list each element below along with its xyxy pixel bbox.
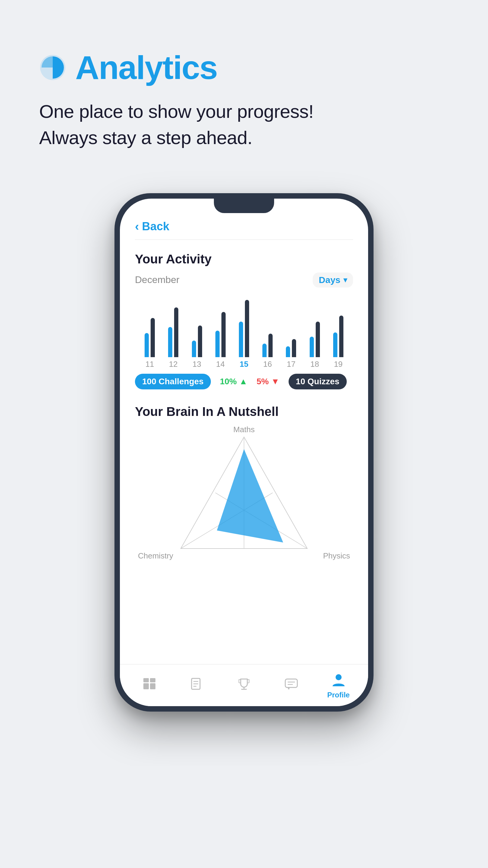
bar-group-17: 17 [279, 297, 303, 369]
triangle-chart: Maths Chemistry Physics [135, 425, 353, 564]
bar-wrapper [262, 297, 272, 357]
month-row: December Days ▾ [135, 273, 353, 287]
bar-label-active: 15 [240, 360, 249, 369]
days-label: Days [319, 275, 340, 285]
activity-section: Your Activity December Days ▾ [120, 240, 368, 396]
bar-label: 16 [263, 360, 272, 369]
stat-red: 5% ▼ [257, 377, 280, 386]
analytics-pie-icon [39, 54, 66, 81]
bar-blue [144, 333, 149, 357]
bar-group-19: 19 [327, 297, 350, 369]
bar-dark [292, 339, 296, 357]
bar-wrapper [333, 297, 344, 357]
bar-blue [286, 346, 290, 357]
bar-blue [262, 344, 267, 357]
bottom-nav: Profile [120, 664, 368, 706]
bar-blue [333, 333, 337, 357]
bar-label: 17 [287, 360, 295, 369]
svg-rect-8 [143, 678, 149, 682]
bar-wrapper [310, 297, 320, 357]
label-chemistry: Chemistry [138, 551, 173, 561]
header-section: Analytics One place to show your progres… [0, 0, 488, 169]
page-title: Analytics [75, 48, 217, 87]
brain-title: Your Brain In A Nutshell [135, 404, 353, 419]
bar-wrapper [192, 297, 202, 357]
bar-wrapper [168, 297, 178, 357]
bar-group-18: 18 [303, 297, 327, 369]
nav-item-study[interactable] [173, 676, 221, 695]
bar-label: 18 [310, 360, 319, 369]
triangle-labels: Maths Chemistry Physics [135, 425, 353, 564]
bar-chart: 11 12 [135, 297, 353, 369]
screen-content: ‹ Back Your Activity December Days ▾ [120, 198, 368, 706]
phone-outer: ‹ Back Your Activity December Days ▾ [115, 193, 373, 712]
bar-dark [245, 300, 249, 357]
nav-item-profile[interactable]: Profile [315, 672, 362, 699]
header-subtitle: One place to show your progress! Always … [39, 98, 449, 151]
bar-wrapper [144, 297, 155, 357]
bar-blue [310, 337, 314, 357]
study-icon [188, 676, 205, 692]
bar-label: 11 [145, 360, 154, 369]
bar-group-12: 12 [161, 297, 185, 369]
days-dropdown[interactable]: Days ▾ [313, 273, 353, 287]
bar-blue [216, 331, 220, 357]
challenges-badge: 100 Challenges [135, 374, 211, 390]
bar-dark [174, 307, 178, 357]
svg-point-19 [335, 674, 341, 680]
bar-group-13: 13 [185, 297, 208, 369]
back-chevron-icon: ‹ [135, 220, 139, 233]
svg-rect-16 [285, 679, 297, 687]
nav-item-home[interactable] [126, 676, 173, 695]
nav-item-trophy[interactable] [221, 676, 268, 695]
bar-group-15: 15 [232, 297, 256, 369]
bar-dark [198, 326, 202, 357]
bar-blue [192, 341, 196, 357]
stat-green: 10% ▲ [220, 377, 248, 386]
bar-dark [339, 315, 344, 357]
bar-label: 19 [334, 360, 343, 369]
profile-icon [330, 672, 347, 688]
chat-icon [283, 676, 300, 692]
label-physics: Physics [323, 551, 350, 561]
back-button[interactable]: ‹ Back [135, 220, 169, 233]
bar-label: 13 [193, 360, 201, 369]
brain-section: Your Brain In A Nutshell [120, 396, 368, 664]
arrow-down-icon: ▼ [271, 377, 280, 386]
phone-mockup: ‹ Back Your Activity December Days ▾ [0, 193, 488, 712]
title-row: Analytics [39, 48, 449, 87]
phone-notch [214, 198, 274, 213]
arrow-up-icon: ▲ [239, 377, 248, 386]
bar-wrapper [286, 297, 296, 357]
nav-item-chat[interactable] [267, 676, 315, 695]
bar-dark [316, 321, 320, 357]
stats-row: 100 Challenges 10% ▲ 5% ▼ 10 Quizzes [135, 374, 353, 390]
bar-dark [221, 312, 226, 357]
svg-rect-7 [150, 683, 156, 689]
bar-group-16: 16 [256, 297, 279, 369]
dropdown-arrow-icon: ▾ [344, 276, 347, 284]
stat-green-value: 10% [220, 377, 237, 386]
phone-inner: ‹ Back Your Activity December Days ▾ [120, 198, 368, 706]
trophy-icon [235, 676, 253, 692]
bar-group-14: 14 [209, 297, 232, 369]
month-label: December [135, 274, 180, 285]
activity-title: Your Activity [135, 252, 353, 267]
bar-wrapper [216, 297, 226, 357]
bar-group-11: 11 [138, 297, 161, 369]
bar-label: 12 [169, 360, 178, 369]
bar-blue [168, 327, 172, 357]
home-icon [141, 676, 158, 692]
quizzes-badge: 10 Quizzes [289, 374, 347, 390]
bar-dark [151, 318, 155, 357]
bar-blue [239, 321, 243, 357]
label-maths: Maths [233, 425, 255, 434]
back-label: Back [142, 220, 169, 233]
bar-dark [268, 334, 272, 357]
bar-wrapper [239, 297, 249, 357]
nav-label-profile: Profile [327, 691, 350, 699]
svg-rect-6 [143, 683, 149, 689]
bar-label: 14 [216, 360, 225, 369]
svg-rect-9 [150, 678, 156, 682]
stat-red-value: 5% [257, 377, 269, 386]
